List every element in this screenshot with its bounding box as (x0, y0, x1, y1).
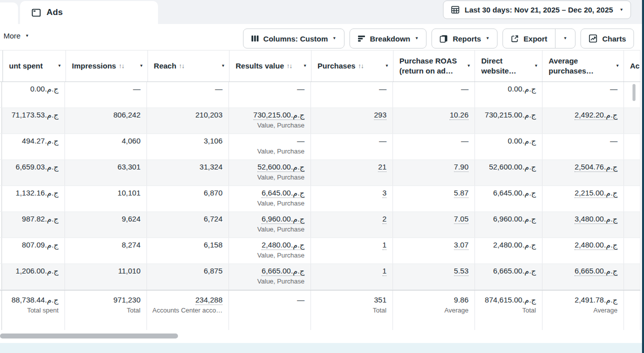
more-dropdown[interactable]: More ▼ (4, 32, 29, 40)
cell-value: 6,665.00ج.م.‏ (546, 266, 618, 276)
cell-direct: 730,215.00ج.م.‏ (475, 108, 542, 134)
cell-value: 730,215.00ج.م.‏ (478, 110, 536, 120)
cell-amount: 987.82ج.م.‏ (2, 212, 65, 238)
column-label: Average purchases… (548, 56, 614, 76)
sort-icon[interactable]: ↑↓ (358, 61, 364, 71)
cell-sublabel: Value, Purchase (232, 199, 304, 208)
cell-value: 6,665.00ج.م.‏ (232, 266, 304, 276)
cell-purchases: 1 (311, 264, 393, 290)
content-panel: More ▼ Columns: Custom ▼ (0, 24, 642, 341)
cell-reach: 6,158 (147, 238, 229, 264)
cell-value: 971,230 (68, 295, 140, 305)
cell-roas: — (393, 82, 475, 108)
date-range-button[interactable]: Last 30 days: Nov 21, 2025 – Dec 20, 202… (443, 0, 631, 19)
reports-button[interactable]: Reports ▼ (432, 28, 498, 48)
column-header-purchases[interactable]: Purchases↑↓▼ (312, 50, 394, 82)
table-row: 1,206.00ج.م.‏11,0106,8756,665.00ج.م.‏Val… (0, 264, 640, 290)
cell-impressions: 4,060 (65, 134, 147, 160)
cell-results: 6,645.00ج.م.‏Value, Purchase (229, 186, 311, 212)
columns-icon (251, 34, 259, 42)
table-row: 807.09ج.م.‏8,2746,1582,480.00ج.م.‏Value,… (0, 238, 640, 264)
cell-reach: — (147, 82, 229, 108)
chevron-down-icon: ▼ (332, 36, 336, 40)
chevron-down-icon[interactable]: ▼ (467, 61, 471, 71)
column-header-direct[interactable]: Direct website…▼ (475, 50, 542, 82)
chevron-down-icon: ▼ (25, 34, 29, 38)
cell-value: 6,158 (150, 240, 222, 250)
cell-value: 730,215.00ج.م.‏ (232, 110, 304, 120)
column-header-impressions[interactable]: Impressions↑↓▼ (66, 50, 148, 82)
cell-value: 3,480.00ج.م.‏ (546, 214, 618, 224)
column-header-amount[interactable]: unt spent▼ (3, 50, 66, 82)
totals-cell-purchases: 351Total (311, 290, 393, 330)
cell-sublabel: Total (68, 306, 140, 314)
column-label: Impressions (72, 61, 116, 71)
cell-value: 52,600.00ج.م.‏ (232, 162, 304, 172)
chevron-down-icon[interactable]: ▼ (303, 61, 307, 71)
cell-average: 2,215.00ج.م.‏ (542, 186, 624, 212)
totals-cell-roas: 9.86Average (393, 290, 475, 330)
cell-reach: 6,870 (147, 186, 229, 212)
cell-sublabel: Value, Purchase (232, 173, 304, 182)
column-header-results[interactable]: Results value↑↓▼ (230, 50, 312, 82)
cell-sublabel: Value, Purchase (232, 121, 304, 130)
cell-value: 806,242 (68, 110, 140, 120)
cell-value: — (150, 84, 222, 94)
sort-icon[interactable]: ↑↓ (179, 61, 184, 71)
cell-average: 2,480.00ج.م.‏ (542, 238, 624, 264)
cell-extra (624, 160, 640, 186)
vertical-scrollbar[interactable] (632, 84, 636, 101)
cell-value: 7.05 (396, 214, 468, 224)
chevron-down-icon[interactable]: ▼ (140, 61, 144, 71)
cell-impressions: 8,274 (65, 238, 147, 264)
sort-icon[interactable]: ↑↓ (118, 61, 124, 71)
column-header-average[interactable]: Average purchases…▼ (542, 50, 624, 82)
export-options-caret[interactable]: ▼ (555, 29, 576, 48)
table-row: 71,173.53ج.م.‏806,242210,203730,215.00ج.… (0, 108, 640, 134)
column-header-reach[interactable]: Reach↑↓▼ (148, 50, 230, 82)
cell-value: 1,206.00ج.م.‏ (5, 266, 58, 276)
cell-value: 9.86 (396, 295, 468, 305)
chevron-down-icon[interactable]: ▼ (534, 61, 538, 71)
table-row: 1,132.16ج.م.‏10,1016,8706,645.00ج.م.‏Val… (0, 186, 640, 212)
cell-value: 6,645.00ج.م.‏ (232, 188, 304, 198)
horizontal-scrollbar[interactable] (0, 334, 178, 338)
chevron-down-icon: ▼ (564, 36, 568, 40)
cell-sublabel: Total (478, 306, 536, 314)
totals-cell-extra (624, 290, 640, 330)
cell-purchases: — (311, 82, 393, 108)
cell-average: 6,665.00ج.م.‏ (542, 264, 624, 290)
chevron-down-icon[interactable]: ▼ (616, 61, 620, 71)
cell-sublabel: Accounts Center acco… (150, 306, 222, 314)
cell-impressions: 63,301 (65, 160, 147, 186)
tab-partial[interactable] (0, 2, 18, 24)
cell-value: 1 (314, 266, 386, 276)
cell-value: 7.90 (396, 162, 468, 172)
more-label: More (4, 32, 20, 40)
column-header-roas[interactable]: Purchase ROAS (return on ad…▼ (394, 50, 476, 82)
charts-button[interactable]: Charts (580, 28, 634, 48)
tab-ads[interactable]: Ads (20, 1, 158, 24)
cell-value: 6,960.00ج.م.‏ (478, 214, 536, 224)
cell-reach: 6,875 (147, 264, 229, 290)
sort-icon[interactable]: ↑↓ (286, 61, 292, 71)
export-button[interactable]: Export (503, 29, 555, 48)
cell-average: 2,492.20ج.م.‏ (542, 108, 624, 134)
cell-value: 2,504.76ج.م.‏ (546, 162, 618, 172)
cell-value: 3,106 (150, 136, 222, 146)
cell-value: 21 (314, 162, 386, 172)
table-row: 494.27ج.م.‏4,0603,106—Value, Purchase——0… (0, 134, 640, 160)
chevron-down-icon[interactable]: ▼ (221, 61, 225, 71)
breakdown-button[interactable]: Breakdown ▼ (350, 28, 427, 48)
columns-button[interactable]: Columns: Custom ▼ (243, 28, 344, 48)
cell-value: 11,010 (68, 266, 140, 276)
cell-results: 52,600.00ج.م.‏Value, Purchase (229, 160, 311, 186)
cell-direct: 0.00ج.م.‏ (475, 82, 542, 108)
cell-direct: 0.00ج.م.‏ (475, 134, 542, 160)
cell-roas: 10.26 (393, 108, 475, 134)
chevron-down-icon[interactable]: ▼ (58, 61, 62, 71)
chevron-down-icon[interactable]: ▼ (385, 61, 389, 71)
cell-value: 0.00ج.م.‏ (5, 84, 58, 94)
column-header-extra[interactable]: Ac (624, 50, 640, 82)
footer-bar (0, 343, 644, 353)
